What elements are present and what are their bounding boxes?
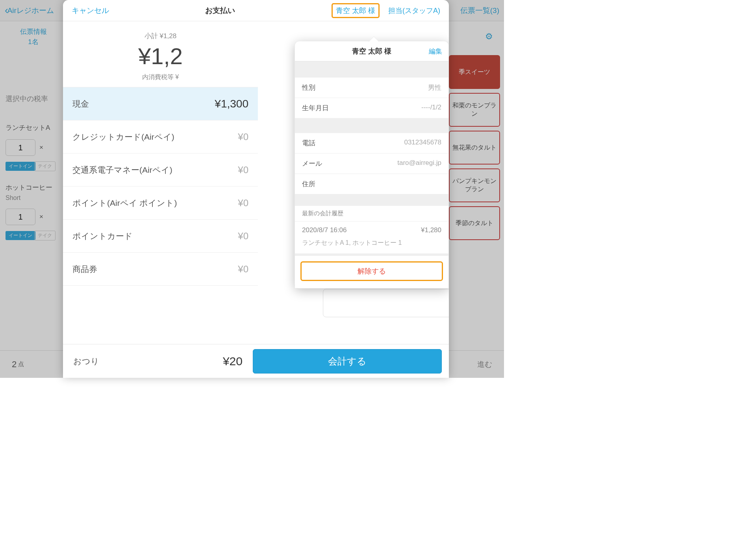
checkout-button[interactable]: 会計する	[253, 349, 442, 373]
cancel-button[interactable]: キャンセル	[72, 6, 109, 16]
modal-footer: おつり ¥20 会計する	[63, 344, 449, 378]
edit-button[interactable]: 編集	[429, 47, 442, 56]
pay-credit[interactable]: クレジットカード(Airペイ) ¥0	[63, 120, 258, 153]
pay-voucher[interactable]: 商品券 ¥0	[63, 253, 258, 286]
modal-body: 小計 ¥1,28 ¥1,2 内消費税等 ¥ 現金 ¥1,300 クレジットカード…	[63, 21, 449, 344]
payment-modal: キャンセル お支払い 青空 太郎 様 担当(スタッフA) 小計 ¥1,28 ¥1…	[63, 0, 449, 378]
pay-emoney[interactable]: 交通系電子マネー(Airペイ) ¥0	[63, 153, 258, 187]
modal-title: お支払い	[205, 6, 235, 16]
pay-point[interactable]: ポイント(Airペイ ポイント) ¥0	[63, 187, 258, 220]
pay-cash[interactable]: 現金 ¥1,300	[63, 87, 258, 120]
grand-total: ¥1,2	[63, 43, 258, 69]
customer-button[interactable]: 青空 太郎 様	[332, 3, 380, 18]
modal-header: キャンセル お支払い 青空 太郎 様 担当(スタッフA)	[63, 0, 449, 21]
totals: 小計 ¥1,28 ¥1,2 内消費税等 ¥	[63, 21, 258, 87]
popover-header: 青空 太郎 様 編集	[295, 41, 448, 61]
payment-left: 小計 ¥1,28 ¥1,2 内消費税等 ¥ 現金 ¥1,300 クレジットカード…	[63, 21, 258, 344]
staff-button[interactable]: 担当(スタッフA)	[388, 6, 440, 15]
popover-anchor: 青空 太郎 様 編集 性別男性 生年月日----/1/2 電話031234567…	[299, 41, 449, 312]
pay-pointcard[interactable]: ポイントカード ¥0	[63, 220, 258, 253]
popover-section-basic: 性別男性 生年月日----/1/2	[295, 77, 448, 118]
popover-section-history: 最新の会計履歴 2020/8/7 16:06 ¥1,280 ランチセットA 1,…	[295, 205, 448, 253]
change-label: おつり	[73, 356, 99, 367]
change-amount: ¥20	[223, 355, 243, 368]
payment-methods: 現金 ¥1,300 クレジットカード(Airペイ) ¥0 交通系電子マネー(Ai…	[63, 87, 258, 286]
app-root: ‹ Airレジホーム 伝票一覧(3) 伝票情報 1名 選択中の税率 ランチセット…	[0, 0, 504, 378]
popover-section-contact: 電話0312345678 メールtaro@airregi.jp 住所	[295, 133, 448, 194]
unlink-button[interactable]: 解除する	[300, 261, 443, 281]
customer-popover: 青空 太郎 様 編集 性別男性 生年月日----/1/2 電話031234567…	[295, 41, 449, 288]
